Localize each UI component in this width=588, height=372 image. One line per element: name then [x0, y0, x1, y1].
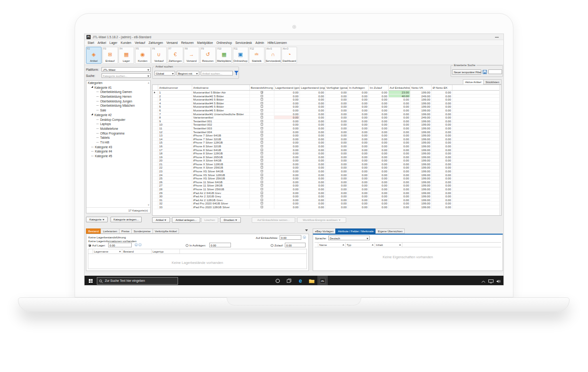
tree-item-tablets[interactable]: Tablets: [86, 135, 150, 140]
column-header-verf-gbar-gesamt[interactable]: Verfügbar (gesamt): [325, 85, 348, 90]
table-row-5[interactable]: 5Musterartikel#5 5 Bilder0.000.000.000.0…: [153, 105, 501, 109]
column-header-netto-ek[interactable]: Ø Netto-EK: [432, 85, 452, 90]
filter-funnel-icon[interactable]: [234, 71, 239, 76]
checkbox[interactable]: [261, 105, 263, 108]
jtl-app-taskbar-icon[interactable]: JTL: [317, 276, 328, 286]
in-auftraegen-radio[interactable]: In Aufträgen:: [186, 244, 206, 247]
panel-collapse-icon[interactable]: [305, 229, 308, 231]
tree-item-laptops[interactable]: Laptops: [86, 122, 150, 127]
table-row-12[interactable]: 12Testartikel 0040.000.000.000.000.000.0…: [153, 130, 501, 134]
mini-column-lagername[interactable]: Lagername: [93, 249, 122, 254]
table-row-26[interactable]: 26iPhone 11 Silver 64GB0.000.000.000.000…: [153, 180, 501, 184]
table-row-13[interactable]: 13iPhone 7 Silver 64GB0.000.000.000.000.…: [153, 134, 501, 137]
tab-lieferanten[interactable]: Lieferanten: [101, 228, 119, 234]
checkbox[interactable]: [261, 141, 263, 144]
task-view-icon[interactable]: [284, 276, 294, 286]
einkaufsliste-input[interactable]: 0.00: [280, 235, 301, 240]
checkbox[interactable]: [261, 181, 263, 183]
artikel-anlegen-button[interactable]: Artikel anlegen...: [172, 217, 200, 223]
ribbon-button-onlineshop[interactable]: F11▣Onlineshop: [233, 47, 248, 64]
checkbox[interactable]: [261, 102, 263, 104]
view-tab-aktive-artikel[interactable]: Aktive Artikel: [463, 79, 484, 85]
checkbox[interactable]: [261, 166, 263, 169]
in-auftraegen-input[interactable]: 0.00: [209, 243, 231, 247]
advanced-filter-input[interactable]: [488, 69, 502, 74]
ribbon-button-dashboard[interactable]: Alt+O◔Dashboard: [281, 47, 297, 64]
auf-lager-input[interactable]: 0.00: [108, 243, 132, 247]
sprache-select[interactable]: Deutsch: [328, 236, 370, 240]
table-row-29[interactable]: 29iPad Air 2 64GB Grey0.000.000.000.000.…: [153, 191, 501, 195]
table-row-18[interactable]: 18iPhone 8 Silver 128GB0.000.000.000.000…: [153, 152, 501, 155]
table-row-25[interactable]: 25iPhone XS Silver 256GB0.000.000.000.00…: [153, 177, 501, 180]
menu-item-zahlungen[interactable]: Zahlungen: [147, 40, 165, 46]
column-header-in-auftr-gen[interactable]: In Aufträgen: [348, 85, 369, 90]
menu-item-start[interactable]: Start: [86, 40, 96, 46]
checkbox[interactable]: [261, 156, 263, 158]
table-row-24[interactable]: 24iPhone XS Silver 128GB0.000.000.000.00…: [153, 173, 501, 177]
tree-item-kategorien[interactable]: Kategorien: [86, 81, 150, 85]
mini-column-name[interactable]: Name: [318, 243, 346, 247]
tray-chevron-icon[interactable]: [481, 280, 486, 283]
ribbon-button-statistik[interactable]: F12ılıStatistik: [249, 47, 264, 64]
table-row-10[interactable]: 10Testartikel 0020.000.000.000.000.000.0…: [153, 123, 501, 127]
tab-sonderpreise[interactable]: Sonderpreise: [131, 228, 153, 234]
ribbon-button-retouren[interactable]: F9↺Retouren: [200, 47, 216, 64]
checkbox[interactable]: [261, 177, 263, 179]
file-explorer-icon[interactable]: [307, 276, 317, 286]
menu-item-versand[interactable]: Versand: [165, 40, 179, 46]
auf-lager-plus-icon[interactable]: +−: [134, 243, 142, 246]
ribbon-button-servicedesk[interactable]: Alt+S∩Servicedesk: [265, 47, 281, 64]
tab-ebay-vorlagen[interactable]: eBay-Vorlagen: [313, 228, 336, 234]
tree-item-desktop-computer[interactable]: Desktop Computer: [86, 118, 150, 122]
ribbon-button-einkauf[interactable]: F3⊞Einkauf: [102, 47, 118, 64]
start-button[interactable]: [85, 276, 97, 286]
tree-item-office-programme[interactable]: Office Programme: [86, 131, 150, 136]
minimize-button[interactable]: [495, 37, 499, 38]
table-row-33[interactable]: 33iPad Pro 2020 128GB Silver0.000.000.00…: [153, 205, 501, 209]
checkbox[interactable]: [261, 163, 263, 165]
checkbox[interactable]: [261, 188, 263, 190]
checkbox[interactable]: [261, 192, 263, 194]
mini-column-inhalt[interactable]: Inhalt: [375, 243, 402, 247]
kategorie-anlegen-button[interactable]: Kategorie anlegen...: [111, 217, 142, 222]
checkbox[interactable]: [261, 98, 263, 101]
checkbox[interactable]: [261, 149, 263, 151]
menu-item-onlineshop[interactable]: Onlineshop: [215, 40, 234, 46]
table-scrollbar[interactable]: [499, 85, 501, 215]
menu-item-retouren[interactable]: Retouren: [179, 40, 196, 46]
menu-item-servicedesk[interactable]: Servicedesk: [234, 40, 254, 46]
checkbox[interactable]: [261, 202, 263, 204]
table-row-32[interactable]: 32iPad Pro 2020 64GB Silver0.000.000.000…: [153, 202, 501, 205]
checkbox[interactable]: [261, 131, 263, 133]
ribbon-button-kunden[interactable]: F5◉Kunden: [135, 47, 151, 64]
artikel-button[interactable]: Artikel: [152, 217, 170, 223]
checkbox-checked[interactable]: ✓: [261, 91, 263, 93]
table-row-1[interactable]: 1Musterartikel 5 Bilder Attr✓0.000.000.0…: [153, 91, 501, 94]
checkbox[interactable]: [261, 109, 263, 111]
edge-browser-icon[interactable]: e: [295, 276, 306, 286]
checkbox[interactable]: [261, 113, 263, 115]
table-row-8[interactable]: 8Variantenartikel0.000.000.000.000.000.0…: [153, 116, 501, 119]
checkbox[interactable]: [261, 152, 263, 154]
cortana-icon[interactable]: [273, 276, 283, 286]
mini-column-bestand[interactable]: Bestand: [122, 249, 152, 254]
table-row-28[interactable]: 28iPhone 11 Silver 256GB0.000.000.000.00…: [153, 187, 501, 191]
table-row-9[interactable]: 9Testartikel 0010.000.000.000.000.000.00…: [153, 119, 501, 123]
column-header-netto-vk[interactable]: Netto-VK: [410, 85, 432, 90]
tree-item-oberbekleidung-herren[interactable]: Oberbekleidung Herren: [86, 94, 150, 99]
checkbox[interactable]: [261, 170, 263, 172]
tree-scroll-down-icon[interactable]: ▼: [147, 203, 150, 206]
taskbar-search-input[interactable]: Zur Suche Text hier eingeben: [97, 277, 178, 285]
table-row-22[interactable]: 22iPhone X Silver 256GB0.000.000.000.000…: [153, 166, 501, 169]
ribbon-button-zahlungen[interactable]: F7€Zahlungen: [168, 47, 183, 64]
plattform-select[interactable]: JTL-Wawi: [102, 67, 151, 72]
table-row-4[interactable]: 4Musterartikel#4 5 Bilder0.000.000.000.0…: [153, 101, 501, 105]
column-header-artikelname[interactable]: Artikelname: [192, 85, 250, 90]
checkbox[interactable]: [261, 134, 263, 136]
speaker-icon[interactable]: [496, 279, 501, 283]
checkbox[interactable]: [261, 95, 263, 97]
column-header-lagerbestand-eigen[interactable]: Lagerbestand (eigen): [300, 85, 325, 90]
display-icon[interactable]: [488, 279, 494, 283]
table-row-30[interactable]: 30iPad Air 2 32GB Grey0.000.000.000.000.…: [153, 194, 501, 198]
table-row-27[interactable]: 27iPhone 11 Silver 28GB0.000.000.000.000…: [153, 184, 501, 187]
